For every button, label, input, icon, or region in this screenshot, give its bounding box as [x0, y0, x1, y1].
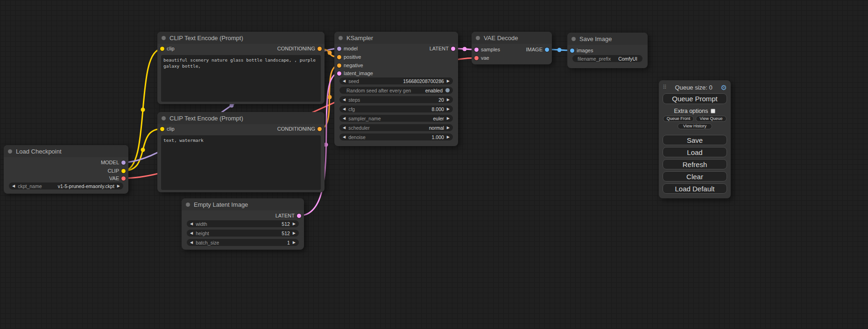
decrement-arrow-icon[interactable]: ◀ — [343, 105, 346, 112]
latent-port-icon[interactable] — [297, 214, 301, 218]
input-row-positive: positive — [334, 53, 361, 61]
conditioning-port-icon[interactable] — [337, 55, 341, 59]
port-label-positive: positive — [344, 54, 361, 60]
widget-value: 20 — [438, 97, 444, 103]
latent-port-icon[interactable] — [337, 71, 341, 76]
widget-value: enabled — [425, 88, 443, 93]
vae-port-icon[interactable] — [474, 56, 479, 60]
clip-encode-positive-title-bar[interactable]: CLIP Text Encode (Prompt) — [157, 32, 325, 44]
negative-prompt-textarea[interactable]: text, watermark — [161, 135, 321, 190]
sampler-name-widget[interactable]: ◀ sampler_name euler ▶ — [339, 115, 453, 122]
extra-options-checkbox[interactable] — [711, 109, 715, 113]
increment-arrow-icon[interactable]: ▶ — [447, 77, 450, 84]
node-load-checkpoint[interactable]: Load Checkpoint MODEL CLIP VAE ◀ ckpt_na… — [4, 145, 128, 194]
clear-button[interactable]: Clear — [663, 171, 727, 182]
filename-prefix-widget[interactable]: filename_prefix ComfyUI — [572, 55, 642, 62]
queue-prompt-button[interactable]: Queue Prompt — [663, 93, 727, 104]
widget-label: sampler_name — [348, 116, 381, 121]
load-button[interactable]: Load — [663, 147, 727, 157]
node-vae-decode[interactable]: VAE Decode samples IMAGE vae — [472, 32, 552, 64]
node-empty-latent-image[interactable]: Empty Latent Image LATENT ◀ width 512 ▶ … — [182, 198, 304, 250]
node-save-image[interactable]: Save Image images filename_prefix ComfyU… — [567, 33, 648, 68]
node-clip-text-encode-positive[interactable]: CLIP Text Encode (Prompt) clip CONDITION… — [157, 32, 325, 104]
output-row-conditioning: CONDITIONING — [277, 45, 325, 52]
comfy-menu-panel[interactable]: ⠿ Queue size: 0 ⚙ Queue Prompt Extra opt… — [659, 80, 731, 198]
image-port-icon[interactable] — [545, 48, 549, 52]
clip-encode-negative-title-bar[interactable]: CLIP Text Encode (Prompt) — [157, 112, 325, 124]
ksampler-title-bar[interactable]: KSampler — [334, 32, 458, 44]
node-ksampler[interactable]: KSampler model LATENT positive negative … — [334, 32, 458, 146]
model-port-icon[interactable] — [337, 47, 341, 51]
conditioning-port-icon[interactable] — [318, 47, 322, 51]
steps-widget[interactable]: ◀ steps 20 ▶ — [339, 96, 453, 103]
output-row-model: MODEL — [101, 159, 128, 166]
next-arrow-icon[interactable]: ▶ — [447, 124, 450, 131]
view-history-button[interactable]: View History — [677, 123, 712, 129]
increment-arrow-icon[interactable]: ▶ — [447, 105, 450, 112]
view-queue-button[interactable]: View Queue — [696, 116, 727, 122]
vae-port-icon[interactable] — [121, 176, 126, 181]
increment-arrow-icon[interactable]: ▶ — [293, 239, 296, 246]
vae-decode-title-bar[interactable]: VAE Decode — [472, 32, 552, 44]
clip-port-icon[interactable] — [160, 47, 164, 51]
node-collapse-dot-icon[interactable] — [476, 36, 480, 40]
positive-prompt-textarea[interactable]: beautiful scenery nature glass bottle la… — [161, 55, 321, 102]
toggle-on-icon[interactable] — [445, 88, 450, 92]
ckpt-name-widget[interactable]: ◀ ckpt_name v1-5-pruned-emaonly.ckpt ▶ — [9, 182, 123, 189]
node-clip-text-encode-negative[interactable]: CLIP Text Encode (Prompt) clip CONDITION… — [157, 112, 325, 192]
queue-front-button[interactable]: Queue Front — [663, 116, 694, 122]
latent-port-icon[interactable] — [451, 47, 455, 51]
height-widget[interactable]: ◀ height 512 ▶ — [187, 230, 299, 237]
conditioning-port-icon[interactable] — [318, 127, 322, 131]
drag-handle-icon[interactable]: ⠿ — [663, 84, 667, 91]
latent-port-icon[interactable] — [474, 48, 479, 52]
increment-arrow-icon[interactable]: ▶ — [447, 96, 450, 103]
decrement-arrow-icon[interactable]: ◀ — [190, 230, 193, 237]
increment-arrow-icon[interactable]: ▶ — [293, 220, 296, 227]
node-title: VAE Decode — [484, 35, 518, 42]
next-arrow-icon[interactable]: ▶ — [117, 182, 120, 189]
node-collapse-dot-icon[interactable] — [162, 116, 166, 120]
cfg-widget[interactable]: ◀ cfg 8.000 ▶ — [339, 105, 453, 112]
decrement-arrow-icon[interactable]: ◀ — [343, 133, 346, 140]
scheduler-widget[interactable]: ◀ scheduler normal ▶ — [339, 124, 453, 131]
empty-latent-title-bar[interactable]: Empty Latent Image — [182, 198, 304, 210]
prev-arrow-icon[interactable]: ◀ — [343, 124, 346, 131]
prev-arrow-icon[interactable]: ◀ — [12, 182, 15, 189]
next-arrow-icon[interactable]: ▶ — [447, 115, 450, 122]
save-image-title-bar[interactable]: Save Image — [567, 33, 648, 45]
node-collapse-dot-icon[interactable] — [572, 37, 576, 41]
node-collapse-dot-icon[interactable] — [8, 149, 12, 154]
conditioning-port-icon[interactable] — [337, 63, 341, 68]
image-port-icon[interactable] — [570, 49, 574, 53]
refresh-button[interactable]: Refresh — [663, 159, 727, 169]
widget-label: height — [196, 231, 209, 236]
node-collapse-dot-icon[interactable] — [339, 36, 343, 40]
save-button[interactable]: Save — [663, 135, 727, 145]
input-row-images: images — [567, 47, 593, 54]
clip-port-icon[interactable] — [121, 169, 126, 173]
random-seed-toggle-widget[interactable]: Random seed after every gen enabled — [339, 87, 453, 94]
decrement-arrow-icon[interactable]: ◀ — [343, 96, 346, 103]
node-collapse-dot-icon[interactable] — [186, 203, 190, 207]
model-port-icon[interactable] — [121, 161, 126, 165]
node-title: Save Image — [579, 35, 612, 42]
decrement-arrow-icon[interactable]: ◀ — [343, 77, 346, 84]
node-graph-canvas[interactable]: Load Checkpoint MODEL CLIP VAE ◀ ckpt_na… — [0, 0, 868, 329]
prev-arrow-icon[interactable]: ◀ — [343, 115, 346, 122]
width-widget[interactable]: ◀ width 512 ▶ — [187, 220, 299, 227]
increment-arrow-icon[interactable]: ▶ — [293, 230, 296, 237]
clip-port-icon[interactable] — [160, 127, 164, 131]
load-checkpoint-title-bar[interactable]: Load Checkpoint — [4, 145, 128, 157]
widget-value: 8.000 — [432, 106, 444, 112]
decrement-arrow-icon[interactable]: ◀ — [190, 239, 193, 246]
load-default-button[interactable]: Load Default — [663, 183, 727, 194]
denoise-widget[interactable]: ◀ denoise 1.000 ▶ — [339, 133, 453, 140]
decrement-arrow-icon[interactable]: ◀ — [190, 220, 193, 227]
increment-arrow-icon[interactable]: ▶ — [447, 133, 450, 140]
batch-size-widget[interactable]: ◀ batch_size 1 ▶ — [187, 239, 299, 246]
node-collapse-dot-icon[interactable] — [162, 36, 166, 40]
seed-widget[interactable]: ◀ seed 156680208700286 ▶ — [339, 77, 453, 84]
settings-gear-icon[interactable]: ⚙ — [721, 84, 727, 91]
input-row-clip: clip — [157, 125, 175, 133]
